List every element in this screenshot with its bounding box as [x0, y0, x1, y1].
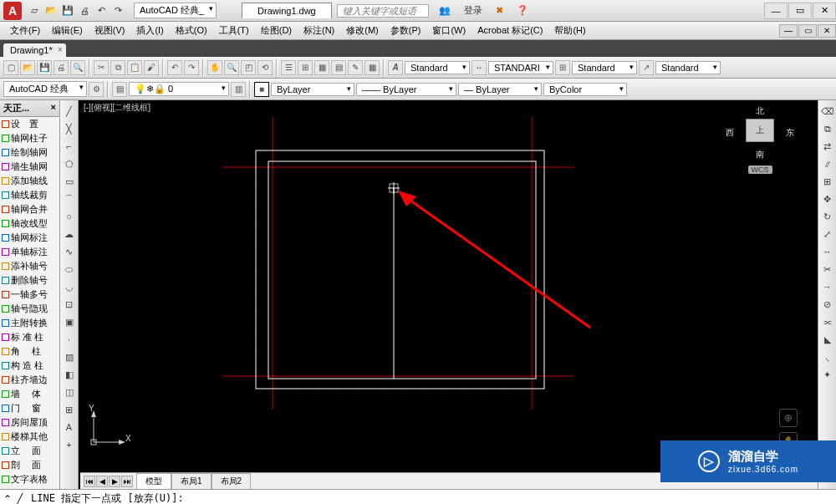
layer-dropdown[interactable]: 💡❄🔒 0: [129, 82, 229, 96]
compass-north[interactable]: 北: [756, 105, 764, 117]
sidebar-item[interactable]: 主附转换: [0, 316, 59, 330]
sidebar-item[interactable]: 轴网标注: [0, 231, 59, 245]
sidebar-item[interactable]: 一轴多号: [0, 288, 59, 302]
layermanager-icon[interactable]: ▤: [112, 82, 127, 97]
layout-tab-model[interactable]: 模型: [136, 473, 171, 489]
menu-help[interactable]: 帮助(H): [549, 23, 590, 38]
sidebar-item[interactable]: 轴改线型: [0, 216, 59, 231]
infocenter-icon[interactable]: 👥: [436, 5, 454, 16]
preview-icon[interactable]: 🔍: [70, 60, 85, 75]
sidebar-item[interactable]: 墙 体: [0, 387, 59, 401]
workspace-dropdown[interactable]: AutoCAD 经典_: [134, 3, 217, 18]
ellipsearc-icon[interactable]: ◡: [62, 279, 77, 294]
print-icon[interactable]: 🖨: [54, 60, 69, 75]
textstyle-dropdown[interactable]: Standard: [405, 61, 470, 74]
cut-icon[interactable]: ✂: [94, 60, 109, 75]
workspace-settings-icon[interactable]: ⚙: [89, 82, 104, 97]
command-line[interactable]: ⌃ ╱_ LINE 指定下一点或 [放弃(U)]:: [0, 489, 836, 504]
hatch-icon[interactable]: ▨: [62, 349, 77, 364]
compass-east[interactable]: 东: [786, 127, 794, 139]
sidebar-item[interactable]: 剖 面: [0, 458, 59, 472]
markup-icon[interactable]: ✎: [348, 60, 363, 75]
zoomprev-icon[interactable]: ⟲: [257, 60, 273, 75]
search-input[interactable]: [337, 4, 429, 18]
mleaderstyle-dropdown[interactable]: Standard: [655, 61, 721, 74]
point-icon[interactable]: ·: [62, 332, 77, 347]
textstyle-icon[interactable]: A: [388, 60, 403, 75]
menu-draw[interactable]: 绘图(D): [256, 23, 297, 38]
properties-icon[interactable]: ☰: [281, 60, 296, 75]
fillet-icon[interactable]: ◟: [820, 349, 835, 364]
compass-west[interactable]: 西: [726, 127, 734, 139]
app-logo[interactable]: A: [3, 2, 22, 20]
sidebar-item[interactable]: 单轴标注: [0, 245, 59, 259]
ellipse-icon[interactable]: ⬭: [62, 262, 77, 277]
redo-icon[interactable]: ↷: [110, 3, 125, 18]
sidebar-item[interactable]: 添补轴号: [0, 259, 59, 273]
erase-icon[interactable]: ⌫: [820, 104, 835, 119]
drawing-canvas[interactable]: [-][俯视][二维线框]: [79, 100, 818, 489]
paste-icon[interactable]: 📋: [127, 60, 142, 75]
makeblock-icon[interactable]: ▣: [62, 314, 77, 329]
sidebar-item[interactable]: 门 窗: [0, 401, 59, 415]
zoomwin-icon[interactable]: ◰: [241, 60, 256, 75]
menu-file[interactable]: 文件(F): [5, 23, 45, 38]
sidebar-item[interactable]: 删除轴号: [0, 273, 59, 288]
viewcube-top[interactable]: 上: [746, 119, 774, 142]
sidebar-item[interactable]: 轴号隐现: [0, 302, 59, 316]
layout-prev-icon[interactable]: ◀: [96, 476, 108, 487]
array-icon[interactable]: ⊞: [820, 174, 835, 189]
trim-icon[interactable]: ✂: [820, 262, 835, 277]
menu-tools[interactable]: 工具(T): [214, 23, 254, 38]
mdi-restore[interactable]: ▭: [798, 24, 817, 38]
dimstyle-icon[interactable]: ↔: [472, 60, 487, 75]
menu-format[interactable]: 格式(O): [171, 23, 212, 38]
wcs-label[interactable]: WCS: [748, 165, 772, 174]
menu-window[interactable]: 窗口(W): [427, 23, 471, 38]
break-icon[interactable]: ⊘: [820, 297, 835, 312]
scale-icon[interactable]: ⤢: [820, 227, 835, 242]
sidebar-item[interactable]: 房间屋顶: [0, 415, 59, 430]
menu-parametric[interactable]: 参数(P): [385, 23, 426, 38]
pan-icon[interactable]: ✋: [207, 60, 222, 75]
saveas-icon[interactable]: 🖨: [77, 3, 92, 18]
open-icon[interactable]: 📂: [43, 3, 59, 18]
mtext-icon[interactable]: A: [62, 420, 77, 435]
stretch-icon[interactable]: ↔: [820, 244, 835, 259]
compass-south[interactable]: 南: [756, 149, 764, 160]
sidebar-item[interactable]: 设 置: [0, 117, 59, 131]
layerstate-icon[interactable]: ▥: [231, 82, 246, 97]
new-icon[interactable]: ▢: [3, 60, 18, 75]
sidebar-item[interactable]: 角 柱: [0, 344, 59, 359]
stayconnected-icon[interactable]: ❓: [513, 5, 532, 16]
chamfer-icon[interactable]: ◣: [820, 332, 835, 347]
login-button[interactable]: 登录: [461, 4, 486, 17]
document-titletab[interactable]: Drawing1.dwg: [242, 3, 332, 18]
menu-edit[interactable]: 编辑(E): [47, 23, 88, 38]
copy-icon[interactable]: ⧉: [110, 60, 125, 75]
menu-dimension[interactable]: 标注(N): [298, 23, 339, 38]
designcenter-icon[interactable]: ⊞: [298, 60, 313, 75]
menu-modify[interactable]: 修改(M): [341, 23, 384, 38]
toolpalette-icon[interactable]: ▦: [314, 60, 329, 75]
sidebar-item[interactable]: 尺寸标注: [0, 486, 59, 489]
rotate-icon[interactable]: ↻: [820, 209, 835, 224]
sidebar-item[interactable]: 轴网合并: [0, 202, 59, 216]
tablestyle-icon[interactable]: ⊞: [555, 60, 570, 75]
layout-last-icon[interactable]: ⏭: [121, 476, 133, 487]
insertblock-icon[interactable]: ⊡: [62, 297, 77, 312]
exchange-icon[interactable]: ✖: [492, 5, 507, 16]
layout-tab-2[interactable]: 布局2: [212, 473, 252, 489]
mdi-close[interactable]: ✕: [818, 24, 836, 38]
construction-line-icon[interactable]: ╳: [62, 121, 77, 136]
sidebar-item[interactable]: 轴网柱子: [0, 131, 59, 145]
menu-acrobat[interactable]: Acrobat 标记(C): [472, 23, 548, 38]
sidebar-item[interactable]: 立 面: [0, 444, 59, 458]
explode-icon[interactable]: ✦: [820, 367, 835, 382]
viewcube[interactable]: 北 西 东 上 南 WCS: [722, 105, 798, 189]
sidebar-item[interactable]: 文字表格: [0, 472, 59, 486]
lineweight-dropdown[interactable]: — ByLayer: [458, 83, 542, 96]
sidebar-item[interactable]: 柱齐墙边: [0, 373, 59, 387]
sidebar-item[interactable]: 标 准 柱: [0, 330, 59, 344]
color-icon[interactable]: ■: [254, 82, 269, 97]
